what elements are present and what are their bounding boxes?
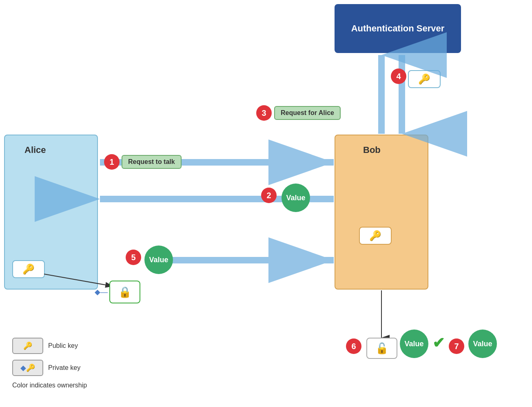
- step3-badge: 3: [256, 105, 272, 121]
- legend-public-key: 🔑 Public key: [12, 338, 87, 354]
- step4-key-icon: 🔑: [408, 70, 441, 88]
- step3-message: Request for Alice: [274, 106, 341, 120]
- step4-badge: 4: [391, 69, 406, 84]
- legend-public-key-box: 🔑: [12, 338, 43, 354]
- legend-private-key-box: ◆🔑: [12, 360, 43, 376]
- auth-server-label: Authentication Server: [351, 23, 445, 34]
- auth-server-box: Authentication Server: [335, 4, 461, 53]
- step1-message: Request to talk: [122, 155, 182, 169]
- step5-lock-box: 🔒: [109, 281, 140, 303]
- step7-badge: 7: [449, 338, 464, 354]
- diamond-key-icon: ◆—: [95, 288, 108, 296]
- step6-value: Value: [400, 330, 428, 358]
- step1-badge: 1: [104, 154, 120, 170]
- step5-badge: 5: [126, 250, 141, 265]
- checkmark-icon: ✔: [432, 334, 445, 352]
- lock-open-icon: 🔓: [375, 342, 388, 355]
- public-key-symbol: 🔑: [22, 263, 35, 275]
- step7-value: Value: [468, 330, 497, 358]
- legend-public-key-label: Public key: [48, 342, 78, 349]
- bob-key-symbol: 🔑: [369, 230, 381, 241]
- alice-public-key-icon: 🔑: [12, 260, 45, 278]
- bob-public-key-icon: 🔑: [359, 227, 392, 245]
- legend-color-note: Color indicates ownership: [12, 382, 87, 389]
- legend-private-key: ◆🔑 Private key: [12, 360, 87, 376]
- step6-lock-box: 🔓: [366, 338, 397, 359]
- legend-key-icon: 🔑: [23, 341, 32, 350]
- bob-box: [335, 135, 428, 290]
- legend-private-key-label: Private key: [48, 364, 80, 372]
- legend-color-note-item: Color indicates ownership: [12, 382, 87, 389]
- lock-closed-icon: 🔒: [118, 286, 131, 299]
- legend: 🔑 Public key ◆🔑 Private key Color indica…: [12, 338, 87, 395]
- alice-label: Alice: [24, 145, 46, 155]
- bob-label: Bob: [363, 145, 381, 155]
- step6-badge: 6: [346, 338, 361, 354]
- step5-value: Value: [144, 246, 173, 274]
- step2-value: Value: [282, 184, 310, 212]
- step2-badge: 2: [261, 188, 277, 203]
- legend-private-key-icon: ◆🔑: [20, 363, 35, 372]
